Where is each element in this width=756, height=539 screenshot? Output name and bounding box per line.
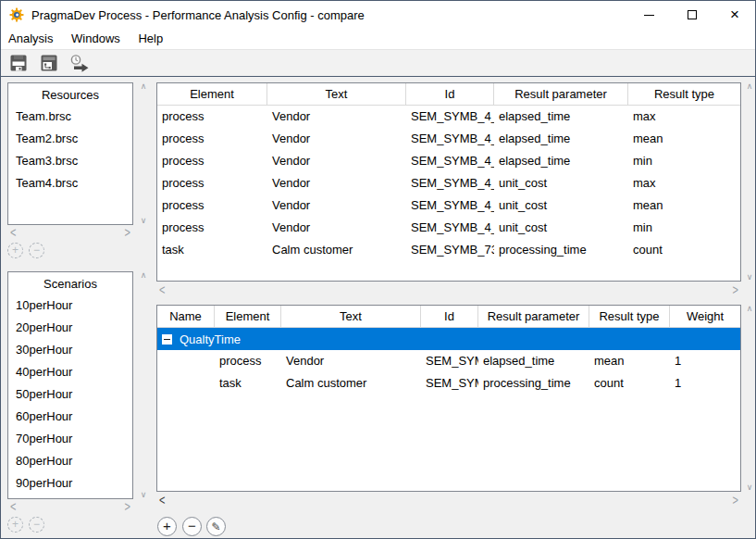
cell-id: SEM_SYMB_73	[406, 239, 494, 261]
kpi-child-row[interactable]: task Calm customer SEM_SYM processing_ti…	[157, 372, 740, 395]
results-table: Element Text Id Result parameter Result …	[156, 82, 741, 282]
results-row[interactable]: process Vendor SEM_SYMB_4_4 unit_cost me…	[157, 194, 740, 217]
results-row[interactable]: process Vendor SEM_SYMB_4_4 elapsed_time…	[157, 128, 740, 150]
scenario-item[interactable]: 50perHour	[8, 383, 132, 406]
cell-text: Calm customer	[281, 372, 421, 395]
column-header-result-parameter[interactable]: Result parameter	[478, 306, 589, 327]
results-row[interactable]: process Vendor SEM_SYMB_4_4 elapsed_time…	[157, 106, 740, 128]
kpi-vertical-scrollbar[interactable]: ∧ ∨	[742, 305, 756, 492]
maximize-button[interactable]	[675, 1, 709, 29]
scroll-up-arrow[interactable]: ∧	[141, 271, 147, 280]
results-row[interactable]: process Vendor SEM_SYMB_4_4 elapsed_time…	[157, 150, 740, 172]
scroll-down-arrow[interactable]: ∨	[141, 217, 147, 225]
cell-result-type: min	[628, 150, 740, 172]
collapse-toggle-icon[interactable]	[162, 334, 172, 345]
add-resource-button[interactable]: +	[7, 243, 23, 258]
scroll-down-arrow[interactable]: ∨	[141, 491, 147, 499]
results-horizontal-scrollbar[interactable]: < >	[156, 284, 741, 296]
scroll-down-arrow[interactable]: ∨	[747, 483, 753, 492]
kpi-group-row-selected[interactable]: QualtyTime	[157, 328, 740, 350]
resources-vertical-scrollbar[interactable]: ∧ ∨	[136, 82, 151, 225]
export-results-button[interactable]	[38, 52, 60, 74]
resource-item[interactable]: Team4.brsc	[8, 172, 132, 194]
column-header-element[interactable]: Element	[215, 306, 281, 327]
results-row[interactable]: process Vendor SEM_SYMB_4_4 unit_cost ma…	[157, 172, 740, 194]
menu-item-analysis[interactable]: Analysis	[8, 29, 53, 49]
maximize-icon	[688, 10, 697, 19]
remove-kpi-button[interactable]: −	[182, 517, 202, 536]
scenario-item[interactable]: 60perHour	[8, 406, 132, 428]
results-row[interactable]: task Calm customer SEM_SYMB_73 processin…	[157, 239, 740, 261]
column-header-name[interactable]: Name	[157, 306, 215, 327]
scenarios-horizontal-scrollbar[interactable]: < >	[7, 501, 133, 513]
column-header-weight[interactable]: Weight	[670, 306, 740, 327]
scroll-left-arrow[interactable]: <	[159, 494, 165, 508]
cell-id: SEM_SYMB_4_4	[406, 172, 494, 194]
cell-element: process	[157, 150, 267, 172]
cell-weight: 1	[670, 350, 740, 372]
scenario-item[interactable]: 80perHour	[8, 450, 132, 472]
clock-arrow-icon	[68, 53, 91, 73]
save-button[interactable]	[7, 52, 30, 74]
column-header-result-parameter[interactable]: Result parameter	[494, 83, 628, 105]
minimize-icon	[644, 15, 654, 16]
scenario-item[interactable]: 10perHour	[8, 295, 132, 317]
scenario-item[interactable]: 30perHour	[8, 339, 132, 361]
cell-result-type: min	[628, 217, 740, 239]
cell-weight: 1	[670, 372, 740, 395]
scenario-item[interactable]: 40perHour	[8, 361, 132, 383]
cell-result-type: mean	[628, 128, 740, 150]
column-header-text[interactable]: Text	[267, 83, 406, 105]
column-header-text[interactable]: Text	[281, 306, 421, 327]
scroll-left-arrow[interactable]: <	[10, 226, 16, 240]
column-header-result-type[interactable]: Result type	[589, 306, 670, 327]
scroll-up-arrow[interactable]: ∧	[141, 82, 147, 91]
column-header-element[interactable]: Element	[157, 83, 267, 105]
cell-text: Vendor	[267, 217, 406, 239]
scroll-right-arrow[interactable]: >	[733, 494, 738, 508]
cell-result-type: mean	[589, 350, 670, 372]
scenario-item[interactable]: 90perHour	[8, 472, 132, 495]
minimize-button[interactable]	[632, 1, 665, 29]
cell-result-parameter: elapsed_time	[494, 128, 628, 150]
scroll-right-arrow[interactable]: >	[125, 226, 130, 240]
menu-item-windows[interactable]: Windows	[71, 29, 120, 49]
cell-name	[157, 350, 215, 372]
results-row[interactable]: process Vendor SEM_SYMB_4_4 unit_cost mi…	[157, 217, 740, 239]
scenarios-list: Scenarios 10perHour 20perHour 30perHour …	[7, 271, 133, 499]
scenario-item[interactable]: 20perHour	[8, 317, 132, 339]
scroll-down-arrow[interactable]: ∨	[747, 273, 753, 282]
edit-kpi-button[interactable]: ✎	[206, 517, 226, 536]
results-vertical-scrollbar[interactable]: ∧ ∨	[742, 82, 756, 282]
kpi-child-row[interactable]: process Vendor SEM_SYM elapsed_time mean…	[157, 350, 740, 372]
close-button[interactable]: ×	[718, 1, 751, 29]
column-header-result-type[interactable]: Result type	[628, 83, 740, 105]
cell-id: SEM_SYMB_4_4	[406, 194, 494, 217]
scenarios-vertical-scrollbar[interactable]: ∧ ∨	[136, 271, 151, 499]
remove-scenario-button[interactable]: −	[29, 517, 44, 533]
scroll-left-arrow[interactable]: <	[159, 283, 165, 297]
window-title: PragmaDev Process - Performance Analysis…	[31, 8, 365, 22]
cell-result-type: mean	[628, 194, 740, 217]
column-header-id[interactable]: Id	[406, 83, 494, 105]
kpi-horizontal-scrollbar[interactable]: < >	[156, 495, 741, 507]
scroll-right-arrow[interactable]: >	[125, 500, 130, 514]
scenario-item[interactable]: 70perHour	[8, 428, 132, 450]
resource-item[interactable]: Team2.brsc	[8, 128, 132, 150]
scroll-up-arrow[interactable]: ∧	[747, 305, 753, 313]
cell-text: Vendor	[267, 106, 406, 128]
cell-element: task	[157, 239, 267, 261]
resource-item[interactable]: Team3.brsc	[8, 150, 132, 172]
column-header-id[interactable]: Id	[421, 306, 478, 327]
scroll-right-arrow[interactable]: >	[733, 283, 738, 297]
scenarios-title: Scenarios	[8, 272, 132, 295]
scroll-left-arrow[interactable]: <	[10, 500, 16, 514]
menu-item-help[interactable]: Help	[138, 29, 163, 49]
remove-resource-button[interactable]: −	[29, 243, 44, 258]
run-performance-button[interactable]	[68, 52, 91, 74]
add-scenario-button[interactable]: +	[7, 517, 23, 533]
resources-horizontal-scrollbar[interactable]: < >	[7, 227, 133, 239]
add-kpi-button[interactable]: +	[157, 517, 177, 536]
scroll-up-arrow[interactable]: ∧	[747, 82, 753, 91]
resource-item[interactable]: Team.brsc	[8, 106, 132, 128]
